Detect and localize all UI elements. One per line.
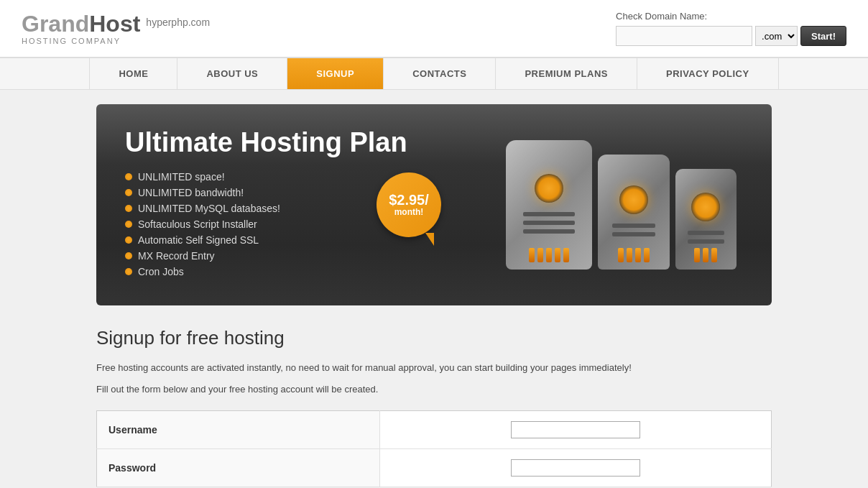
server-light-icon <box>619 185 648 214</box>
logo-tagline: HOSTING COMPANY <box>22 37 140 45</box>
nav-item-home[interactable]: HOME <box>89 58 177 89</box>
server-light-icon <box>535 174 563 203</box>
list-item: UNLIMITED bandwidth! <box>125 187 499 198</box>
vent-bar <box>694 248 700 262</box>
tld-select[interactable]: .com .net .org .info <box>755 26 798 46</box>
bullet-icon <box>125 221 132 228</box>
hero-title: Ultimate Hosting Plan <box>125 128 499 158</box>
domain-check-area: Check Domain Name: .com .net .org .info … <box>616 11 846 46</box>
logo-block: GrandHost HOSTING COMPANY <box>22 12 140 45</box>
logo-brand: GrandHost <box>22 12 140 35</box>
hero-banner: Ultimate Hosting Plan UNLIMITED space! U… <box>96 104 772 305</box>
bullet-icon <box>125 236 132 244</box>
vent-bar <box>711 248 717 262</box>
bullet-icon <box>125 205 132 212</box>
table-row: Password <box>97 449 772 487</box>
list-item: Cron Jobs <box>125 266 499 277</box>
nav-item-signup[interactable]: SIGNUP <box>287 58 384 89</box>
server-bottom <box>675 241 737 270</box>
domain-check-row: .com .net .org .info Start! <box>616 26 846 46</box>
vent-bar <box>529 248 535 262</box>
table-row: Username <box>97 411 772 449</box>
logo-url: hyperphp.com <box>146 17 210 28</box>
vent-bar <box>555 248 560 262</box>
nav-item-contacts[interactable]: CONTACTS <box>384 58 496 89</box>
bullet-icon <box>125 189 132 196</box>
domain-input[interactable] <box>616 26 752 46</box>
username-input-cell <box>380 411 772 449</box>
username-label: Username <box>97 411 380 449</box>
vent-bar <box>537 248 543 262</box>
signup-section: Signup for free hosting Free hosting acc… <box>96 320 772 488</box>
server-vent <box>523 229 575 234</box>
server-vent <box>688 231 724 235</box>
price-circle: $2.95/ month! <box>377 172 441 237</box>
vent-bar <box>627 248 632 262</box>
password-input[interactable] <box>511 459 640 477</box>
bullet-icon <box>125 252 132 259</box>
list-item: MX Record Entry <box>125 250 499 262</box>
vent-bar <box>546 248 552 262</box>
server-medium <box>598 155 670 270</box>
hero-features-list: UNLIMITED space! UNLIMITED bandwidth! UN… <box>125 171 499 277</box>
server-vent <box>523 221 575 225</box>
signup-description-1: Free hosting accounts are activated inst… <box>96 361 772 375</box>
hero-content: Ultimate Hosting Plan UNLIMITED space! U… <box>125 128 499 282</box>
server-large <box>506 140 592 270</box>
list-item: Softaculous Script Installer <box>125 218 499 230</box>
username-input[interactable] <box>511 421 640 438</box>
vent-bar <box>618 248 624 262</box>
list-item: Automatic Self Signed SSL <box>125 234 499 246</box>
password-label: Password <box>97 449 380 487</box>
server-group <box>506 140 737 270</box>
server-light-icon <box>691 193 720 221</box>
bullet-icon <box>125 173 132 180</box>
vent-bar <box>703 248 708 262</box>
nav-item-privacy[interactable]: PRIVACY POLICY <box>637 58 779 89</box>
price-amount: $2.95/ <box>389 193 429 207</box>
start-button[interactable]: Start! <box>800 26 846 46</box>
vent-bar <box>563 248 569 262</box>
domain-check-label: Check Domain Name: <box>616 11 707 22</box>
server-bottom <box>506 241 592 270</box>
password-input-cell <box>380 449 772 487</box>
vent-bar <box>635 248 641 262</box>
price-tail <box>425 233 434 246</box>
server-vent <box>612 232 655 236</box>
server-vent <box>523 212 575 216</box>
page-header: GrandHost HOSTING COMPANY hyperphp.com C… <box>0 0 868 57</box>
nav-item-about[interactable]: ABOUT US <box>177 58 287 89</box>
server-vent <box>612 224 655 228</box>
list-item: UNLIMITED MySQL databases! <box>125 203 499 214</box>
signup-form-table: Username Password <box>96 410 772 487</box>
server-bottom <box>598 241 670 270</box>
vent-bar <box>644 248 650 262</box>
main-navigation: HOME ABOUT US SIGNUP CONTACTS PREMIUM PL… <box>0 57 868 90</box>
hero-server-image <box>499 126 743 284</box>
list-item: UNLIMITED space! <box>125 171 499 183</box>
price-badge: $2.95/ month! <box>377 172 441 237</box>
signup-title: Signup for free hosting <box>96 327 772 349</box>
server-small <box>675 169 737 270</box>
logo-area: GrandHost HOSTING COMPANY hyperphp.com <box>22 12 210 45</box>
price-period: month! <box>394 207 424 217</box>
nav-item-premium[interactable]: PREMIUM PLANS <box>496 58 637 89</box>
signup-description-2: Fill out the form below and your free ho… <box>96 382 772 397</box>
bullet-icon <box>125 268 132 275</box>
main-content: Ultimate Hosting Plan UNLIMITED space! U… <box>89 104 779 488</box>
